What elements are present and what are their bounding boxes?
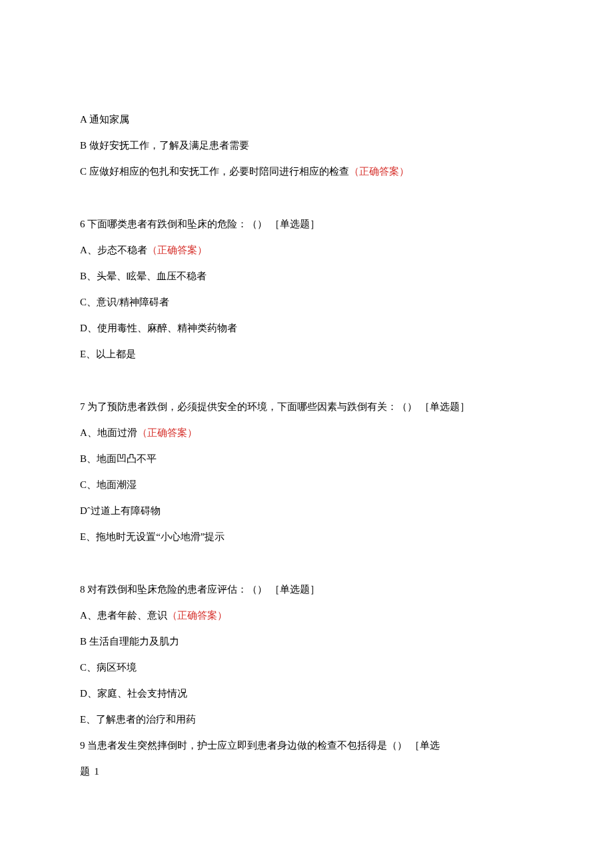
q8-option-a: A、患者年龄、意识（正确答案） (80, 603, 533, 629)
q7-option-c: C、地面潮湿 (80, 472, 533, 498)
q6-option-e: E、以上都是 (80, 341, 533, 367)
q7-option-e: E、拖地时无设置“小心地滑”提示 (80, 524, 533, 550)
q8-option-a-answer: （正确答案） (167, 610, 227, 621)
q9-stem: 9 当患者发生突然摔倒时，护士应立即到患者身边做的检查不包括得是（） ［单选 (80, 733, 533, 759)
q7-option-a-text: A、地面过滑 (80, 427, 137, 438)
q5-option-b: B 做好安抚工作，了解及满足患者需要 (80, 133, 533, 159)
q6-option-a-text: A、步态不稳者 (80, 245, 147, 255)
q8-option-c: C、病区环境 (80, 655, 533, 681)
q6-option-c: C、意识/精神障碍者 (80, 289, 533, 315)
q8-stem: 8 对有跌倒和坠床危险的患者应评估：（） ［单选题］ (80, 577, 533, 603)
q7-option-d: Dˆ过道上有障碍物 (80, 498, 533, 524)
q8-option-d: D、家庭、社会支持情况 (80, 681, 533, 707)
q6-option-d: D、使用毒性、麻醉、精神类药物者 (80, 315, 533, 341)
q6-option-a: A、步态不稳者（正确答案） (80, 237, 533, 263)
q7-option-b: B、地面凹凸不平 (80, 446, 533, 472)
spacer (80, 550, 533, 577)
q6-option-b: B、头晕、眩晕、血压不稳者 (80, 263, 533, 289)
q7-option-a: A、地面过滑（正确答案） (80, 420, 533, 446)
q8-option-b: B 生活自理能力及肌力 (80, 629, 533, 655)
q9-stem-cont: 题 1 (80, 759, 533, 785)
q5-option-a: A 通知家属 (80, 107, 533, 133)
spacer (80, 185, 533, 211)
q5-option-c-answer: （正确答案） (349, 166, 409, 177)
spacer (80, 367, 533, 394)
q8-option-e: E、了解患者的治疗和用药 (80, 707, 533, 733)
q5-option-c: C 应做好相应的包扎和安抚工作，必要时陪同进行相应的检查（正确答案） (80, 159, 533, 185)
q7-stem: 7 为了预防患者跌倒，必须提供安全的环境，下面哪些因素与跌倒有关：（） ［单选题… (80, 394, 533, 420)
q6-option-a-answer: （正确答案） (147, 245, 207, 255)
q7-option-a-answer: （正确答案） (137, 427, 197, 438)
q5-option-c-text: C 应做好相应的包扎和安抚工作，必要时陪同进行相应的检查 (80, 166, 349, 177)
q8-option-a-text: A、患者年龄、意识 (80, 610, 167, 621)
q6-stem: 6 下面哪类患者有跌倒和坠床的危险：（） ［单选题］ (80, 211, 533, 237)
